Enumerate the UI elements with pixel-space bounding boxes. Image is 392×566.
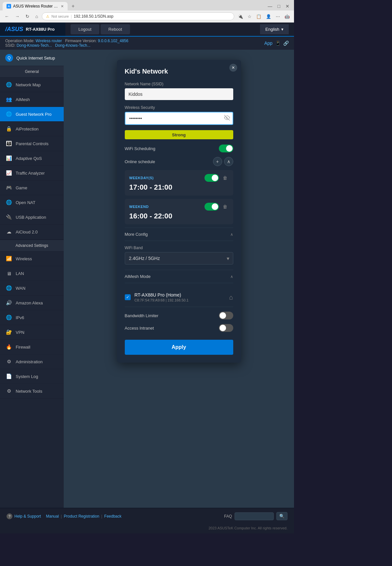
tab-bar: A ASUS Wireless Router RT-AX88U ✕ + — □ … <box>0 0 294 10</box>
window-maximize-button[interactable]: □ <box>276 2 282 10</box>
aimesh-mode-chevron: ∧ <box>230 274 233 279</box>
sidebar-item-adaptive-qos[interactable]: 📊 Adaptive QoS <box>0 151 64 166</box>
refresh-button[interactable]: ↻ <box>24 12 31 20</box>
weekend-time: 16:00 - 22:00 <box>129 212 229 220</box>
sidebar-item-guest-network-pro[interactable]: 🌐 Guest Network Pro <box>0 107 64 122</box>
sidebar-item-administration[interactable]: ⚙ Administration <box>0 354 64 369</box>
sidebar-item-vpn[interactable]: 🔐 VPN <box>0 325 64 340</box>
weekday-delete-button[interactable]: 🗑 <box>221 175 229 181</box>
amazon-alexa-icon: 🔊 <box>5 299 12 306</box>
ssid-input[interactable] <box>125 88 233 100</box>
favorites-button[interactable]: ☆ <box>246 13 253 20</box>
amazon-alexa-label: Amazon Alexa <box>16 300 43 305</box>
schedule-weekend-header: WEEKEND 🗑 <box>129 203 229 211</box>
weekend-toggle[interactable] <box>204 203 219 211</box>
product-registration-link[interactable]: Product Registration <box>64 514 99 519</box>
sidebar-item-amazon-alexa[interactable]: 🔊 Amazon Alexa <box>0 296 64 310</box>
add-icon: + <box>216 159 219 164</box>
add-schedule-button[interactable]: + <box>213 157 222 166</box>
schedule-item-weekday: WEEKDAY(S) 🗑 17:00 - 21:00 <box>125 170 233 196</box>
sidebar-item-aicloud[interactable]: ☁ AiCloud 2.0 <box>0 225 64 239</box>
ssid-value1[interactable]: Dong-Knows-Tech... <box>17 43 52 48</box>
profile-button[interactable]: 👤 <box>264 13 273 20</box>
sidebar-item-aimesh[interactable]: 👥 AiMesh <box>0 92 64 107</box>
weekend-delete-button[interactable]: 🗑 <box>221 203 229 210</box>
strength-label: Strong <box>172 132 186 137</box>
administration-label: Administration <box>16 359 42 364</box>
access-intranet-toggle[interactable] <box>219 324 233 332</box>
faq-search-input[interactable] <box>235 512 274 520</box>
home-button[interactable]: ⌂ <box>33 12 40 20</box>
sidebar-item-network-map[interactable]: 🌐 Network Map <box>0 77 64 92</box>
logout-button[interactable]: Logout <box>71 24 99 34</box>
aimesh-label: AiMesh <box>16 97 30 102</box>
tab-close-button[interactable]: ✕ <box>61 4 64 9</box>
app-label[interactable]: App <box>264 41 272 46</box>
address-bar[interactable]: ⚠ Not secure | 192.168.50.1/SDN.asp <box>42 12 234 20</box>
sidebar-item-wan[interactable]: 🌐 WAN <box>0 281 64 296</box>
traffic-analyzer-label: Traffic Analyzer <box>16 171 45 176</box>
aimesh-mode-toggle[interactable]: AiMesh Mode ∧ <box>125 270 233 283</box>
help-support-link[interactable]: Help & Support <box>14 514 41 519</box>
sidebar-item-usb-application[interactable]: 🔌 USB Application <box>0 210 64 225</box>
sidebar-item-ipv6[interactable]: 🌐 IPv6 <box>0 310 64 325</box>
password-wrapper <box>125 112 233 125</box>
network-map-icon: 🌐 <box>5 81 12 88</box>
bandwidth-limiter-toggle[interactable] <box>219 312 233 319</box>
wifi-band-select-wrapper: 2.4GHz / 5GHz 2.4GHz 5GHz 6GHz ▾ <box>125 252 233 265</box>
asus-logo: /ASUS <box>5 26 23 33</box>
more-config-toggle[interactable]: More Config ∧ <box>125 228 233 241</box>
ipv6-label: IPv6 <box>16 315 24 320</box>
link-icon[interactable]: 🔗 <box>283 41 289 46</box>
settings-button[interactable]: ⋯ <box>274 13 282 20</box>
wireless-label: Wireless <box>16 256 32 261</box>
sidebar-item-system-log[interactable]: 📄 System Log <box>0 369 64 384</box>
sidebar-item-network-tools[interactable]: ⚙ Network Tools <box>0 384 64 399</box>
forward-button[interactable]: → <box>13 12 22 20</box>
sidebar-item-firewall[interactable]: 🔥 Firewall <box>0 340 64 354</box>
aimesh-checkbox[interactable]: ✓ <box>125 294 131 300</box>
sidebar-item-traffic-analyzer[interactable]: 📈 Traffic Analyzer <box>0 166 64 180</box>
feedback-link[interactable]: Feedback <box>104 514 122 519</box>
password-input[interactable] <box>125 112 233 125</box>
weekday-toggle[interactable] <box>204 174 219 182</box>
reboot-button[interactable]: Reboot <box>101 24 130 34</box>
operation-mode-value[interactable]: Wireless router <box>36 39 62 43</box>
password-visibility-toggle[interactable] <box>224 115 230 122</box>
wifi-scheduling-toggle[interactable] <box>219 145 233 152</box>
sep2: | <box>61 514 62 519</box>
ssid-field-group: Network Name (SSID) <box>125 82 233 100</box>
collapse-schedule-button[interactable]: ∧ <box>224 157 233 166</box>
new-tab-button[interactable]: + <box>69 2 77 10</box>
window-minimize-button[interactable]: — <box>266 2 274 10</box>
extensions-button[interactable]: 🔌 <box>236 13 245 20</box>
ssid-value2[interactable]: Dong-Knows-Tech... <box>55 43 90 48</box>
sidebar-item-open-nat[interactable]: 🌐 Open NAT <box>0 195 64 210</box>
aimesh-icon: 👥 <box>5 96 12 103</box>
password-label: Wireless Security <box>125 105 233 110</box>
language-selector[interactable]: English ▾ <box>260 24 289 34</box>
usb-application-label: USB Application <box>16 215 46 220</box>
sidebar-item-game[interactable]: 🎮 Game <box>0 180 64 195</box>
window-close-button[interactable]: ✕ <box>284 2 291 10</box>
wifi-band-select[interactable]: 2.4GHz / 5GHz 2.4GHz 5GHz 6GHz <box>125 252 233 265</box>
back-button[interactable]: ← <box>3 12 11 20</box>
mobile-icon[interactable]: 📱 <box>275 41 281 46</box>
manual-link[interactable]: Manual <box>46 514 59 519</box>
faq-search-button[interactable]: 🔍 <box>276 512 287 520</box>
sidebar-item-aiprotection[interactable]: 🔒 AiProtection <box>0 122 64 136</box>
sidebar-item-wireless[interactable]: 📶 Wireless <box>0 251 64 266</box>
apply-button[interactable]: Apply <box>125 340 233 355</box>
firmware-value[interactable]: 9.0.0.6.102_4856 <box>98 39 128 43</box>
sidebar-item-lan[interactable]: 🖥 LAN <box>0 266 64 281</box>
quick-setup-button[interactable]: Q Quick Internet Setup <box>0 50 64 66</box>
sidebar-item-parental-controls[interactable]: 👨‍👩‍👧 Parental Controls <box>0 136 64 151</box>
password-field-group: Wireless Security <box>125 105 233 125</box>
modal-close-button[interactable]: ✕ <box>229 64 237 72</box>
collections-button[interactable]: 📋 <box>254 13 263 20</box>
game-icon: 🎮 <box>5 184 12 191</box>
help-icon: ? <box>7 513 12 519</box>
active-tab[interactable]: A ASUS Wireless Router RT-AX88U ✕ <box>3 2 68 10</box>
aimesh-home-icon: ⌂ <box>229 294 233 301</box>
copilot-button[interactable]: 🤖 <box>283 13 291 20</box>
